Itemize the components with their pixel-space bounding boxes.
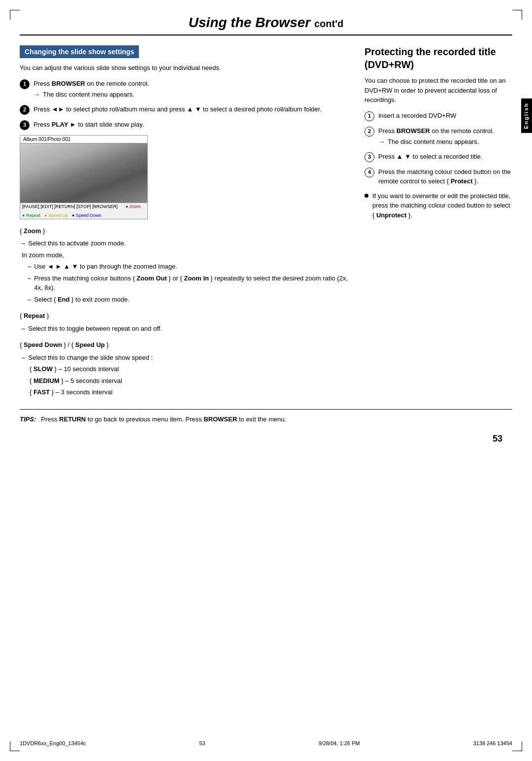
footer: 1DVDR6xx_Eng00_13454c 53 9/28/04, 1:26 P… xyxy=(20,740,512,746)
step-1-sub: → The disc content menu appears. xyxy=(33,90,350,100)
main-content: Changing the slide show settings You can… xyxy=(0,35,532,409)
step-1-content: Press BROWSER on the remote control. → T… xyxy=(33,79,350,100)
step-2: 2 Press ◄► to select photo roll/album me… xyxy=(20,104,350,115)
tips-text: Press RETURN to go back to previous menu… xyxy=(41,415,286,423)
footer-right-code: 3139 246 13454 xyxy=(473,740,512,746)
step-num-2: 2 xyxy=(20,105,30,115)
tv-image-area xyxy=(20,143,147,203)
bullet-dot xyxy=(365,194,368,198)
speed-section-label: { Speed Down } / { Speed Up } xyxy=(20,340,350,350)
intro-text: You can adjust the various slide show se… xyxy=(20,63,350,73)
zoom-item-1: – Select this to activate zoom mode. xyxy=(20,239,350,248)
right-heading: Protecting the recorded title (DVD+RW) xyxy=(365,45,512,71)
right-step-4-content: Press the matching colour coded button o… xyxy=(378,167,512,186)
right-column: Protecting the recorded title (DVD+RW) Y… xyxy=(365,45,512,399)
page-title: Using the Browser cont'd xyxy=(39,15,493,31)
page-header: Using the Browser cont'd xyxy=(20,0,512,35)
zoom-item-4: – Select { End } to exit zoom mode. xyxy=(20,295,350,305)
corner-mark-bl xyxy=(10,741,20,751)
english-tab: English xyxy=(521,99,532,133)
tv-image-landscape xyxy=(20,143,147,203)
page-number: 53 xyxy=(493,434,502,444)
speeddown-dot: ● Speed Down xyxy=(72,213,101,218)
step-num-1: 1 xyxy=(20,79,30,89)
tv-controls-text: [PAUSE] [EDIT] [RETURN] [STOP] [BROWSER] xyxy=(22,204,118,209)
tips-bar: TIPS: Press RETURN to go back to previou… xyxy=(20,409,512,429)
step-2-content: Press ◄► to select photo roll/album menu… xyxy=(33,104,350,114)
right-step-num-1: 1 xyxy=(365,111,374,121)
right-step-num-2: 2 xyxy=(365,127,374,137)
right-step-3-content: Press ▲ ▼ to select a recorded title. xyxy=(378,152,512,162)
footer-center: 53 xyxy=(200,740,205,746)
speed-medium: { MEDIUM } – 5 seconds interval xyxy=(20,376,350,386)
left-column: Changing the slide show settings You can… xyxy=(20,45,350,399)
step-3: 3 Press PLAY ► to start slide show play. xyxy=(20,120,350,130)
speed-slow: { SLOW } – 10 seconds interval xyxy=(20,364,350,374)
repeat-dot: ● Repeat xyxy=(22,213,40,218)
zoom-item-2: – Use ◄ ► ▲ ▼ to pan through the zoomed … xyxy=(20,262,350,272)
repeat-section-label: { Repeat } xyxy=(20,311,350,321)
section-heading: Changing the slide show settings xyxy=(20,45,139,58)
right-step-num-4: 4 xyxy=(365,168,374,177)
right-bullet: If you want to overwrite or edit the pro… xyxy=(365,191,512,220)
corner-mark-br xyxy=(512,741,522,751)
right-step-1: 1 Insert a recorded DVD+RW xyxy=(365,111,512,121)
repeat-item-1: – Select this to toggle between repeat o… xyxy=(20,324,350,334)
zoom-in-zoom-mode: In zoom mode, xyxy=(20,250,350,260)
zoom-dot: ● Zoom xyxy=(126,204,141,209)
right-bullet-content: If you want to overwrite or edit the pro… xyxy=(372,191,512,220)
footer-right-date: 9/28/04, 1:26 PM xyxy=(319,740,360,746)
speed-item-1: – Select this to change the slide show s… xyxy=(20,353,350,363)
zoom-item-3: – Press the matching colour buttons { Zo… xyxy=(20,274,350,293)
page-number-area: 53 xyxy=(0,434,532,444)
right-step-2: 2 Press BROWSER on the remote control. →… xyxy=(365,126,512,147)
step-1: 1 Press BROWSER on the remote control. →… xyxy=(20,79,350,100)
zoom-section-label: { Zoom } xyxy=(20,226,350,236)
corner-mark-tr xyxy=(512,10,522,20)
tv-controls: [PAUSE] [EDIT] [RETURN] [STOP] [BROWSER]… xyxy=(20,203,147,219)
right-step-2-content: Press BROWSER on the remote control. → T… xyxy=(378,126,512,147)
footer-left: 1DVDR6xx_Eng00_13454c xyxy=(20,740,86,746)
step-num-3: 3 xyxy=(20,120,30,130)
right-step-2-sub: → The disc content menu appears. xyxy=(378,137,512,147)
right-step-num-3: 3 xyxy=(365,152,374,162)
right-step-3: 3 Press ▲ ▼ to select a recorded title. xyxy=(365,152,512,162)
speedup-dot: ● Speed Up xyxy=(44,213,68,218)
step-3-content: Press PLAY ► to start slide show play. xyxy=(33,120,350,130)
speed-fast: { FAST } – 3 seconds interval xyxy=(20,387,350,397)
tv-title-bar: Album 001/Photo 001 xyxy=(20,136,147,143)
right-step-1-content: Insert a recorded DVD+RW xyxy=(378,111,512,121)
right-step-4: 4 Press the matching colour coded button… xyxy=(365,167,512,186)
tv-screen: Album 001/Photo 001 [PAUSE] [EDIT] [RETU… xyxy=(20,135,148,219)
right-intro: You can choose to protect the recorded t… xyxy=(365,76,512,105)
tips-label: TIPS: xyxy=(20,415,36,423)
corner-mark-tl xyxy=(10,10,20,20)
